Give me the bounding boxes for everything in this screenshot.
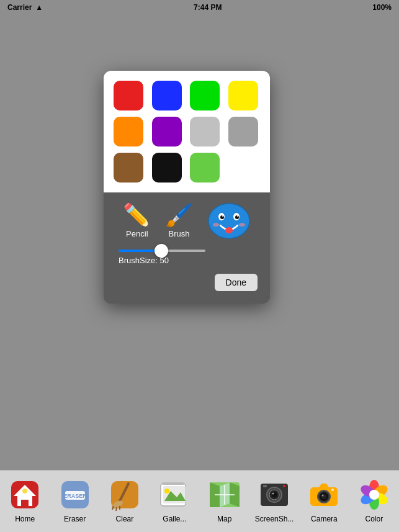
svg-point-54 [369,490,379,500]
camera-label: Camera [311,515,338,523]
svg-text:ERASER: ERASER [63,493,87,499]
toolbar-item-color[interactable]: Color [352,477,397,523]
eraser-icon: ERASER [58,477,92,512]
tool-area: ✏️ Pencil 🖌️ Brush [104,192,270,304]
svg-point-13 [22,489,27,494]
color-tool-popup: ✏️ Pencil 🖌️ Brush [104,71,270,304]
tool-selection-row: ✏️ Pencil 🖌️ Brush [116,202,258,240]
done-button[interactable]: Done [215,274,258,291]
home-label: Home [15,515,35,523]
color-swatch-yellow[interactable] [228,81,258,110]
brush-preview [207,202,251,240]
camera-icon [307,477,341,512]
toolbar-item-home[interactable]: Home [2,477,47,523]
screenshot-label: ScreenSh... [255,515,294,523]
done-button-row: Done [116,274,258,291]
color-swatch-empty [228,153,258,183]
status-bar: Carrier ▲ 7:44 PM 100% [0,0,399,15]
main-canvas-area: ✏️ Pencil 🖌️ Brush [0,15,399,485]
home-icon [7,477,42,512]
color-swatch-red[interactable] [114,81,143,110]
color-label: Color [365,515,383,523]
color-swatch-orange[interactable] [114,117,143,147]
svg-point-38 [272,492,274,494]
color-grid-area [104,71,270,192]
pencil-tool[interactable]: ✏️ Pencil [123,204,151,238]
toolbar-item-eraser[interactable]: ERASER Eraser [53,477,97,523]
smiley-icon [208,203,250,239]
color-swatch-green[interactable] [190,81,220,110]
svg-point-6 [237,215,238,217]
status-carrier: Carrier ▲ [7,3,43,12]
color-swatch-brown[interactable] [114,153,143,183]
color-swatch-purple[interactable] [152,117,182,147]
svg-point-4 [235,215,239,219]
map-icon [207,477,242,512]
svg-rect-12 [21,500,29,507]
eraser-label: Eraser [64,515,86,523]
svg-line-21 [116,507,117,511]
color-icon [357,477,392,512]
svg-point-5 [222,215,223,217]
pencil-icon: ✏️ [123,204,151,227]
svg-point-47 [331,489,334,491]
svg-rect-27 [162,482,184,485]
brush-size-slider[interactable] [119,250,205,252]
svg-marker-42 [319,484,329,487]
toolbar-item-camera[interactable]: Camera [302,477,346,523]
screenshot-icon [257,477,292,512]
gallery-label: Galle... [163,515,186,523]
status-battery: 100% [372,3,392,12]
svg-point-9 [239,223,245,227]
color-swatch-lightgray[interactable] [190,117,220,147]
svg-point-3 [220,215,224,219]
map-label: Map [217,515,231,523]
toolbar-item-gallery[interactable]: Galle... [152,477,197,523]
gallery-icon [157,477,192,512]
color-grid [114,81,260,183]
color-swatch-lightgreen[interactable] [190,153,220,183]
toolbar-item-screenshot[interactable]: ScreenSh... [252,477,297,523]
svg-point-46 [322,494,324,496]
svg-point-40 [283,485,285,487]
clear-label: Clear [116,515,134,523]
svg-point-26 [164,489,169,494]
brush-size-area: BrushSize: 50 [116,243,258,265]
status-time: 7:44 PM [194,3,222,12]
bottom-toolbar: Home ERASER Eraser [0,470,399,532]
toolbar-item-clear[interactable]: Clear [102,477,147,523]
wifi-icon: ▲ [35,3,43,12]
svg-point-8 [213,223,219,227]
svg-point-7 [225,227,233,233]
svg-rect-39 [263,485,267,487]
brush-tool[interactable]: 🖌️ Brush [165,204,193,238]
pencil-label: Pencil [126,229,148,238]
brush-label: Brush [169,229,190,238]
brush-icon: 🖌️ [165,204,193,227]
color-swatch-blue[interactable] [152,81,182,110]
toolbar-item-map[interactable]: Map [202,477,247,523]
color-swatch-gray[interactable] [228,117,258,147]
clear-icon [107,477,142,512]
color-swatch-black[interactable] [152,153,182,183]
